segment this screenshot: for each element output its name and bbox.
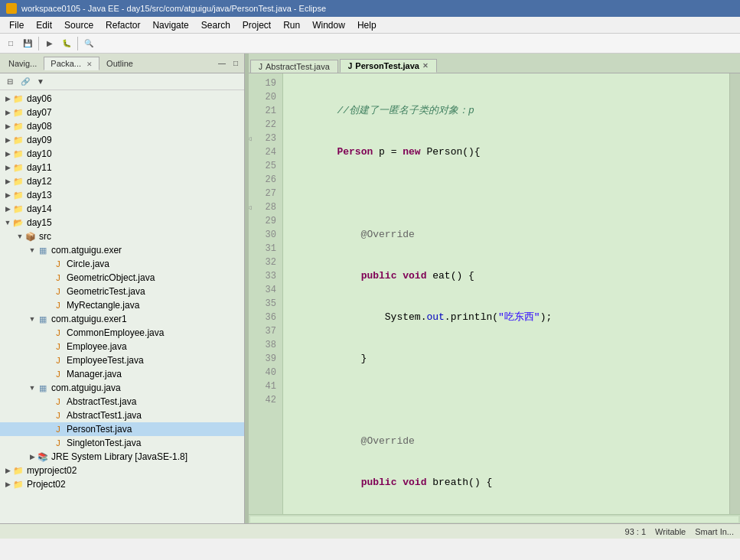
tree-item-src[interactable]: ▼ 📦 src	[0, 230, 244, 243]
tree-item-jre[interactable]: ▶ 📚 JRE System Library [JavaSE-1.8]	[0, 450, 244, 464]
code-line-21	[289, 187, 723, 200]
tree-item-persontest[interactable]: J PersonTest.java	[0, 422, 244, 436]
tab-outline[interactable]: Outline	[99, 57, 140, 70]
folder-icon: 📁	[12, 106, 24, 119]
ln-41: 41	[252, 379, 276, 393]
menu-item-source[interactable]: Source	[58, 18, 99, 32]
tree-item-circle[interactable]: J Circle.java	[0, 257, 244, 271]
tree-view[interactable]: ▶ 📁 day06 ▶ 📁 day07 ▶ 📁 day08 ▶ 📁 day09 …	[0, 90, 244, 523]
ln-35: 35	[252, 297, 276, 311]
tree-item-geometrictest[interactable]: J GeometricTest.java	[0, 285, 244, 298]
tree-item-day12[interactable]: ▶ 📁 day12	[0, 174, 244, 188]
tab-navigator[interactable]: Navig...	[2, 57, 44, 70]
menu-item-refactor[interactable]: Refactor	[99, 18, 146, 32]
code-editor[interactable]: 19 20 21 22 ◁23 24 25 26 27 ◁28 29 30 31…	[249, 73, 740, 514]
tab-package-close[interactable]: ✕	[86, 60, 93, 68]
link-editor-btn[interactable]: 🔗	[18, 75, 32, 89]
folder-icon: 📁	[12, 161, 24, 174]
menu-item-edit[interactable]: Edit	[30, 18, 58, 32]
ln-22: 22	[252, 118, 276, 132]
tab-abstracttest[interactable]: J AbstractTest.java	[250, 60, 338, 73]
tree-item-project02[interactable]: ▶ 📁 Project02	[0, 477, 244, 491]
menu-item-file[interactable]: File	[3, 18, 30, 32]
view-menu-btn[interactable]: ▼	[34, 75, 47, 89]
java-file-icon: J	[52, 423, 64, 435]
package-icon: ▦	[37, 244, 49, 256]
vertical-scrollbar[interactable]	[729, 73, 740, 514]
tree-item-day14[interactable]: ▶ 📁 day14	[0, 202, 244, 216]
folder-icon: 📁	[12, 93, 24, 105]
tree-item-abstracttest1[interactable]: J AbstractTest1.java	[0, 409, 244, 422]
ln-37: 37	[252, 324, 276, 338]
ln-27: 27	[252, 187, 276, 200]
tree-item-day11[interactable]: ▶ 📁 day11	[0, 161, 244, 174]
tree-arrow: ▼	[28, 384, 37, 392]
menu-item-run[interactable]: Run	[277, 18, 306, 32]
tree-arrow: ▶	[28, 453, 37, 461]
position-indicator: 93 : 1	[625, 527, 647, 536]
tree-item-employeetest[interactable]: J EmployeeTest.java	[0, 353, 244, 367]
java-file-icon: J	[52, 272, 64, 284]
tree-arrow: ▼	[28, 246, 37, 254]
tree-item-pkg-exer1[interactable]: ▼ ▦ com.atguigu.exer1	[0, 312, 244, 326]
java-file-icon: J	[52, 409, 64, 422]
tree-item-day15[interactable]: ▼ 📂 day15	[0, 216, 244, 230]
menu-item-window[interactable]: Window	[306, 18, 351, 32]
tree-item-pkg-exer[interactable]: ▼ ▦ com.atguigu.exer	[0, 243, 244, 257]
tree-arrow: ▶	[3, 177, 12, 185]
right-panel: J AbstractTest.java J PersonTest.java ✕ …	[249, 54, 740, 523]
tree-item-abstracttest[interactable]: J AbstractTest.java	[0, 395, 244, 409]
tab-close-btn[interactable]: ✕	[422, 62, 429, 70]
code-line-20: Person p = new Person(){	[289, 145, 723, 159]
code-line-19: //创建了一匿名子类的对象：p	[289, 104, 723, 118]
left-panel: Navig... Packa... ✕ Outline — □ ⊟ 🔗 ▼ ▶ …	[0, 54, 245, 523]
tree-item-day13[interactable]: ▶ 📁 day13	[0, 188, 244, 202]
tree-item-day10[interactable]: ▶ 📁 day10	[0, 147, 244, 161]
run-btn[interactable]: ▶	[42, 36, 57, 51]
horizontal-scrollbar[interactable]	[249, 514, 740, 523]
ln-40: 40	[252, 366, 276, 379]
folder-icon: 📁	[12, 134, 24, 146]
tree-item-myproject02[interactable]: ▶ 📁 myproject02	[0, 464, 244, 477]
tree-item-myrectangle[interactable]: J MyRectangle.java	[0, 298, 244, 312]
search-btn[interactable]: 🔍	[81, 36, 96, 51]
debug-btn[interactable]: 🐛	[59, 36, 74, 51]
folder-icon: 📁	[12, 464, 24, 477]
code-line-25: }	[289, 352, 723, 366]
tab-package-explorer[interactable]: Packa... ✕	[44, 57, 99, 70]
tree-item-employee[interactable]: J Employee.java	[0, 340, 244, 353]
save-btn[interactable]: 💾	[20, 36, 35, 51]
ln-31: 31	[252, 242, 276, 256]
ln-26: 26	[252, 173, 276, 187]
tree-item-pkg-java[interactable]: ▼ ▦ com.atguigu.java	[0, 381, 244, 395]
ln-30: 30	[252, 228, 276, 242]
menu-item-navigate[interactable]: Navigate	[146, 18, 194, 32]
menu-item-search[interactable]: Search	[195, 18, 236, 32]
new-btn[interactable]: □	[3, 36, 18, 51]
maximize-view-btn[interactable]: □	[229, 57, 243, 70]
tree-item-day08[interactable]: ▶ 📁 day08	[0, 119, 244, 133]
java-file-icon: J	[348, 62, 353, 70]
main-layout: Navig... Packa... ✕ Outline — □ ⊟ 🔗 ▼ ▶ …	[0, 54, 740, 523]
toolbar-sep-1	[38, 37, 39, 50]
tree-item-manager[interactable]: J Manager.java	[0, 367, 244, 381]
menu-item-project[interactable]: Project	[236, 18, 277, 32]
tree-item-day06[interactable]: ▶ 📁 day06	[0, 92, 244, 106]
tree-item-day07[interactable]: ▶ 📁 day07	[0, 106, 244, 119]
ln-42: 42	[252, 393, 276, 407]
menu-item-help[interactable]: Help	[351, 18, 383, 32]
smart-insert-indicator: Smart In...	[695, 527, 734, 536]
code-content[interactable]: //创建了一匿名子类的对象：p Person p = new Person(){…	[283, 73, 729, 514]
tab-persontest[interactable]: J PersonTest.java ✕	[340, 59, 437, 73]
title-bar: workspace0105 - Java EE - day15/src/com/…	[0, 0, 740, 17]
code-line-22: @Override	[289, 228, 723, 242]
tree-item-day09[interactable]: ▶ 📁 day09	[0, 133, 244, 147]
minimize-view-btn[interactable]: —	[215, 57, 229, 70]
tree-arrow: ▶	[3, 467, 12, 474]
collapse-all-btn[interactable]: ⊟	[3, 75, 17, 89]
tree-item-singletontest[interactable]: J SingletonTest.java	[0, 436, 244, 450]
tree-item-commonemployee[interactable]: J CommonEmployee.java	[0, 326, 244, 340]
tree-item-geometricobject[interactable]: J GeometricObject.java	[0, 271, 244, 285]
app-icon	[6, 3, 17, 14]
tree-arrow: ▶	[3, 480, 12, 488]
